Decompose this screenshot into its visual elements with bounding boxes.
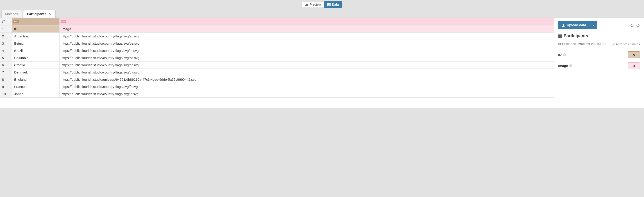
tab-matches[interactable]: Matches [1,10,22,18]
row-number[interactable]: 10 [0,90,12,98]
panel-title-text: Participants [564,33,588,38]
cell[interactable]: Image [60,26,554,33]
transpose-icon [2,20,6,24]
svg-rect-8 [562,26,564,27]
preview-button[interactable]: Preview [302,1,324,8]
preview-label: Preview [310,3,321,6]
upload-label: Upload data [567,23,586,27]
table-row: 9 France https://public.flourish.studio/… [0,83,554,90]
undo-icon[interactable] [630,23,634,27]
topbar: Preview Data [0,0,644,10]
svg-point-15 [614,44,615,44]
row-number[interactable]: 3 [0,40,12,47]
cell[interactable]: https://public.flourish.studio/country-f… [60,54,554,62]
svg-rect-1 [306,4,307,6]
row-number[interactable]: 1 [0,26,12,33]
cell[interactable]: France [12,83,60,90]
cell[interactable]: Belgium [12,40,60,47]
row-number[interactable]: 9 [0,83,12,90]
binding-image: Image ? B [558,60,640,71]
upload-row: Upload data [558,21,640,29]
row-number[interactable]: 4 [0,47,12,54]
select-columns-label: SELECT COLUMNS TO VISUALISE [558,43,606,46]
chevron-down-icon [592,23,595,27]
sheet-table: ABC A ABC B 1 ID Image 2 Argent [0,18,554,98]
binding-image-column-chip[interactable]: B [628,62,640,69]
svg-rect-9 [558,35,562,38]
svg-rect-2 [307,4,308,6]
cell[interactable]: ID [12,26,60,33]
table-row: 10 Japan https://public.flourish.studio/… [0,90,554,98]
column-header-a[interactable]: ABC A [12,18,60,26]
cell[interactable]: Columbia [12,54,60,62]
cell[interactable]: Japan [12,90,60,98]
cell[interactable]: Denmark [12,69,60,76]
table-row: 8 England https://public.flourish.studio… [0,76,554,83]
cell[interactable]: https://public.flourish.studio/uploads/6… [60,76,554,83]
column-header-b[interactable]: ABC B [60,18,554,26]
select-all-corner[interactable] [0,18,12,26]
tab-matches-label: Matches [5,12,18,16]
table-row: 6 Croatia https://public.flourish.studio… [0,62,554,69]
cell[interactable]: https://public.flourish.studio/country-f… [60,47,554,54]
binding-image-label: Image [558,64,568,68]
binding-image-label-wrap: Image ? [558,64,572,68]
tab-participants-label: Participants [27,12,46,16]
data-button[interactable]: Data [324,1,342,8]
cell[interactable]: Argentina [12,33,60,40]
table-row: 7 Denmark https://public.flourish.studio… [0,69,554,76]
workspace: ABC A ABC B 1 ID Image 2 Argent [0,18,644,108]
table-icon [558,33,562,38]
svg-rect-0 [305,5,306,6]
upload-data-button[interactable]: Upload data [558,21,590,29]
row-number[interactable]: 6 [0,62,12,69]
chevron-down-icon[interactable] [49,13,52,16]
magic-wand-icon [612,42,615,46]
binding-id: ID ? A [558,49,640,60]
chart-icon [305,3,308,6]
help-icon[interactable]: ? [569,64,572,67]
cell[interactable]: https://public.flourish.studio/country-f… [60,69,554,76]
cell[interactable]: https://public.flourish.studio/country-f… [60,40,554,47]
sheet-tabs: Matches Participants [0,10,644,18]
table-row: 3 Belgium https://public.flourish.studio… [0,40,554,47]
cell[interactable]: Croatia [12,62,60,69]
binding-id-label: ID [558,53,562,57]
table-row: 1 ID Image [0,26,554,33]
binding-id-column-chip[interactable]: A [628,51,640,58]
view-toggle: Preview Data [302,1,342,8]
tab-participants[interactable]: Participants [23,10,56,18]
svg-point-16 [614,43,614,44]
row-number[interactable]: 7 [0,69,12,76]
svg-point-14 [614,43,614,44]
side-panel: Upload data Participants [554,18,644,108]
type-badge-text-icon: ABC [60,20,66,23]
panel-title: Participants [558,33,640,38]
cell[interactable]: England [12,76,60,83]
auto-set-columns-button[interactable]: Auto set columns [612,42,640,46]
history-controls [630,23,640,27]
row-number[interactable]: 8 [0,76,12,83]
auto-set-label: Auto set columns [616,42,640,46]
cell[interactable]: https://public.flourish.studio/country-f… [60,90,554,98]
type-badge-text-icon: ABC [13,20,19,23]
data-label: Data [332,3,339,6]
upload-icon [562,23,565,27]
table-row: 2 Argentina https://public.flourish.stud… [0,33,554,40]
upload-data-caret[interactable] [590,21,597,29]
table-row: 5 Columbia https://public.flourish.studi… [0,54,554,62]
help-icon[interactable]: ? [563,53,566,56]
row-number[interactable]: 5 [0,54,12,62]
table-icon [328,3,330,6]
cell[interactable]: Brazil [12,47,60,54]
cell[interactable]: https://public.flourish.studio/country-f… [60,62,554,69]
cell[interactable]: https://public.flourish.studio/country-f… [60,33,554,40]
select-columns-row: SELECT COLUMNS TO VISUALISE Auto set col… [558,42,640,46]
cell[interactable]: https://public.flourish.studio/country-f… [60,83,554,90]
binding-id-label-wrap: ID ? [558,53,566,57]
redo-icon[interactable] [636,23,640,27]
row-number[interactable]: 2 [0,33,12,40]
spreadsheet[interactable]: ABC A ABC B 1 ID Image 2 Argent [0,18,554,108]
svg-rect-3 [328,4,330,6]
table-row: 4 Brazil https://public.flourish.studio/… [0,47,554,54]
